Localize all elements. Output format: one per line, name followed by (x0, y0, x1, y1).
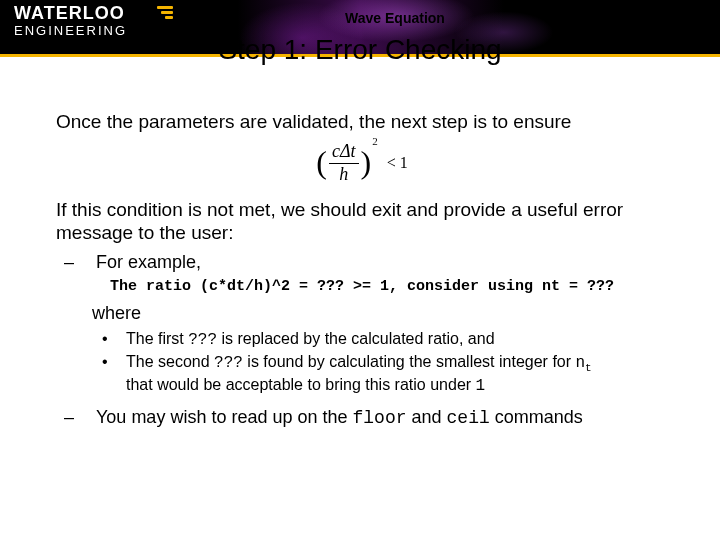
sub-bullet-1: •The first ??? is replaced by the calcul… (114, 329, 668, 350)
formula-row: (cΔth)2 < 1 (56, 141, 668, 186)
sub-bullet-2: •The second ??? is found by calculating … (114, 352, 668, 397)
formula-tail: < 1 (383, 154, 408, 171)
header-label: Wave Equation (280, 10, 510, 26)
paragraph-2: If this condition is not met, we should … (56, 198, 668, 244)
logo-accent-icon (155, 6, 175, 20)
logo-line1: WATERLOO (14, 4, 127, 22)
slide-title: Step 1: Error Checking (0, 34, 720, 66)
slide: WATERLOO ENGINEERING Wave Equation 32 St… (0, 0, 720, 540)
bullet-read-up: –You may wish to read up on the floor an… (80, 407, 668, 430)
code-line: The ratio (c*dt/h)^2 = ??? >= 1, conside… (110, 278, 668, 296)
slide-body: Once the parameters are validated, the n… (56, 110, 668, 434)
bullet-for-example: –For example, (80, 252, 668, 274)
paragraph-1: Once the parameters are validated, the n… (56, 110, 668, 133)
formula-numerator: cΔt (329, 141, 359, 164)
formula: (cΔth)2 < 1 (316, 141, 407, 186)
waterloo-logo: WATERLOO ENGINEERING (14, 4, 127, 37)
where-label: where (92, 303, 668, 325)
formula-denominator: h (329, 164, 359, 186)
